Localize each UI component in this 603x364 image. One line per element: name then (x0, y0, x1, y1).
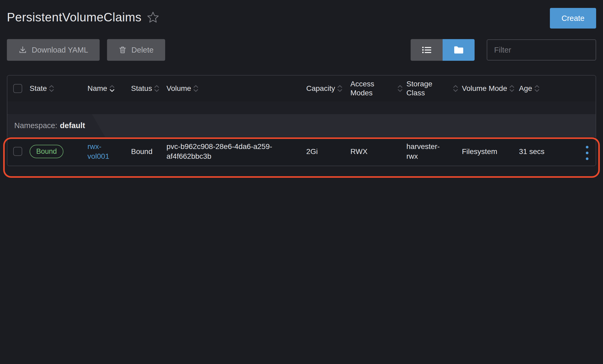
cell-volume: pvc-b962c908-28e6-4da6-a259-af4f662bbc3b (164, 137, 304, 166)
create-button[interactable]: Create (550, 8, 596, 29)
table-header-row: State Name (7, 76, 596, 101)
column-header-storage-class[interactable]: Storage Class (404, 76, 460, 101)
column-header-access-modes[interactable]: Access Modes (348, 76, 404, 101)
cell-capacity: 2Gi (304, 137, 348, 166)
column-header-name[interactable]: Name (85, 76, 129, 101)
download-yaml-button[interactable]: Download YAML (7, 39, 100, 61)
select-all-checkbox[interactable] (13, 84, 22, 93)
table-spacer (7, 101, 596, 114)
column-header-actions (578, 76, 596, 101)
persistent-volume-claims-page: PersistentVolumeClaims Create Download Y… (0, 0, 603, 364)
column-header-volume[interactable]: Volume (164, 76, 304, 101)
pvc-table: State Name (7, 75, 596, 166)
cell-storage-class: harvester-rwx (404, 137, 460, 166)
column-header-age[interactable]: Age (517, 76, 578, 101)
namespace-group-tab: Namespace: default (7, 114, 92, 137)
toolbar: Download YAML Delete (7, 39, 596, 61)
delete-button[interactable]: Delete (107, 39, 165, 61)
column-header-capacity[interactable]: Capacity (304, 76, 348, 101)
sort-arrows-icon (193, 85, 198, 92)
namespace-group-value: default (60, 121, 85, 130)
namespace-group-row: Namespace: default (7, 114, 596, 137)
state-badge: Bound (30, 145, 63, 158)
page-title: PersistentVolumeClaims (7, 10, 142, 24)
folder-view-button[interactable] (443, 39, 475, 61)
pvc-name-link[interactable]: rwx-vol001 (87, 142, 109, 160)
trash-icon (119, 46, 127, 54)
sort-arrows-icon (509, 85, 514, 92)
sort-arrows-icon (534, 85, 540, 92)
cell-age: 31 secs (517, 137, 578, 166)
row-actions-menu-icon[interactable] (584, 144, 590, 162)
delete-label: Delete (131, 46, 154, 54)
download-yaml-label: Download YAML (32, 46, 88, 54)
namespace-group-label: Namespace: (14, 121, 57, 130)
sort-arrows-icon (49, 85, 54, 92)
row-checkbox[interactable] (13, 147, 22, 156)
favorite-star-icon[interactable] (147, 11, 159, 23)
cell-state: Bound (27, 137, 85, 166)
sort-arrows-icon (397, 85, 403, 92)
table-row: Bound rwx-vol001 Bound pvc-b962c908-28e6… (7, 137, 596, 166)
cell-volume-mode: Filesystem (460, 137, 517, 166)
cell-status: Bound (129, 137, 164, 166)
sort-arrows-icon (109, 85, 115, 92)
cell-name: rwx-vol001 (85, 137, 129, 166)
view-toggle-group (411, 39, 475, 61)
sort-arrows-icon (154, 85, 159, 92)
download-icon (18, 46, 27, 54)
cell-access-modes: RWX (348, 137, 404, 166)
list-view-button[interactable] (411, 39, 443, 61)
sort-arrows-icon (453, 85, 458, 92)
page-header: PersistentVolumeClaims Create (0, 0, 603, 29)
list-view-icon (422, 46, 432, 54)
folder-view-icon (454, 46, 464, 54)
filter-input[interactable] (487, 39, 596, 60)
column-header-state[interactable]: State (27, 76, 85, 101)
column-header-volume-mode[interactable]: Volume Mode (460, 76, 517, 101)
column-header-status[interactable]: Status (129, 76, 164, 101)
cell-actions (578, 137, 596, 166)
sort-arrows-icon (337, 85, 342, 92)
